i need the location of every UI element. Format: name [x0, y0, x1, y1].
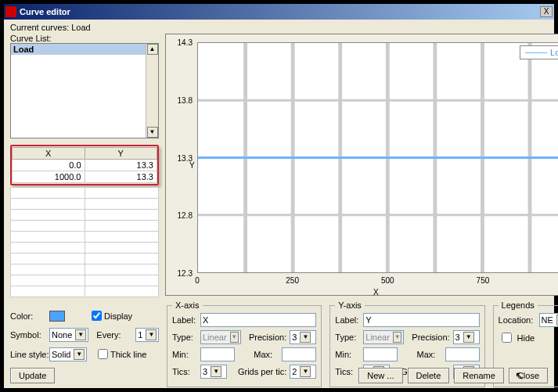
scroll-up-icon[interactable]: ▲ [147, 44, 158, 55]
xtick: 0 [195, 276, 200, 285]
x-max-l: Max: [254, 350, 279, 359]
y-max-input[interactable] [445, 347, 480, 361]
y-prec-l: Precision: [412, 333, 449, 342]
yaxis-legend: Y-axis [335, 300, 365, 310]
close-icon[interactable]: X [540, 6, 553, 17]
display-checkbox[interactable] [92, 311, 102, 321]
linestyle-label: Line style: [10, 350, 49, 359]
legend-label: Load [550, 48, 558, 57]
curve-list-label: Curve List: [10, 34, 159, 43]
new-button[interactable]: New ... [358, 368, 402, 383]
every-label: Every: [96, 330, 135, 340]
highlighted-table: X Y 0.0 13.3 1000.0 13.3 [10, 145, 159, 185]
cell-x[interactable]: 0.0 [13, 160, 85, 171]
curve-list-item[interactable]: Load [11, 44, 158, 55]
y-label-l: Label: [335, 315, 360, 325]
chevron-down-icon: ▼ [393, 332, 401, 343]
xaxis-legend: X-axis [172, 300, 203, 310]
xtick: 500 [381, 276, 394, 285]
legend-loc-select[interactable]: NE▼ [539, 313, 558, 327]
xy-table[interactable]: X Y 0.0 13.3 1000.0 13.3 [12, 147, 157, 183]
app-icon [5, 6, 16, 17]
x-prec-select[interactable]: 3▼ [290, 330, 316, 344]
chevron-down-icon: ▼ [463, 332, 474, 343]
y-min-input[interactable] [363, 347, 398, 361]
y-min-l: Min: [335, 350, 360, 359]
ytick: 14.3 [178, 38, 193, 47]
plot-svg [198, 43, 558, 272]
rename-button[interactable]: Rename [454, 368, 504, 383]
chevron-down-icon: ▼ [146, 329, 157, 340]
legends-legend: Legends [499, 300, 538, 310]
col-y[interactable]: Y [85, 148, 157, 160]
window-title: Curve editor [20, 7, 540, 16]
every-select[interactable]: 1▼ [135, 328, 159, 342]
y-prec-select[interactable]: 3▼ [453, 330, 480, 344]
cell-y[interactable]: 13.3 [85, 160, 157, 171]
titlebar: Curve editor X [4, 4, 554, 20]
chevron-down-icon: ▼ [300, 332, 311, 343]
thickline-label: Thick line [110, 350, 149, 359]
ytick: 12.8 [178, 211, 193, 220]
chevron-down-icon: ▼ [74, 349, 85, 360]
table-row: 0.0 13.3 [13, 160, 157, 171]
chart: 14.3 13.8 13.3 12.8 12.3 Y [165, 34, 558, 296]
x-prec-l: Precision: [249, 333, 286, 342]
xtick: 750 [477, 276, 490, 285]
x-max-input[interactable] [282, 347, 316, 361]
cell-y[interactable]: 13.3 [85, 171, 157, 183]
xtick: 250 [286, 276, 299, 285]
curve-listbox[interactable]: Load ▲ ▼ [10, 43, 159, 138]
xy-table-empty[interactable] [10, 187, 159, 297]
chart-legend: Load [520, 45, 558, 59]
x-label-input[interactable] [200, 313, 316, 327]
chevron-down-icon: ▼ [230, 332, 239, 343]
x-label-l: Label: [172, 315, 197, 325]
symbol-select[interactable]: None▼ [49, 328, 88, 342]
x-min-input[interactable] [200, 347, 235, 361]
scrollbar[interactable]: ▲ ▼ [146, 44, 158, 138]
legend-hide-l: Hide [517, 333, 542, 343]
color-swatch[interactable] [49, 311, 65, 322]
legend-line-icon [525, 52, 547, 53]
x-min-l: Min: [172, 350, 197, 359]
table-row: 1000.0 13.3 [13, 171, 157, 183]
status-text: Current curves: Load [10, 23, 548, 32]
cell-x[interactable]: 1000.0 [13, 171, 85, 183]
y-axis-label: Y [189, 160, 195, 169]
display-label: Display [104, 311, 143, 321]
x-axis-label: X [373, 288, 379, 297]
chevron-down-icon: ▼ [75, 329, 86, 340]
x-type-l: Type: [172, 333, 197, 342]
x-type-select[interactable]: Linear▼ [200, 330, 241, 344]
y-label-input[interactable] [363, 313, 479, 327]
y-type-l: Type: [335, 333, 360, 342]
y-max-l: Max: [417, 350, 442, 359]
color-label: Color: [10, 311, 49, 321]
delete-button[interactable]: Delete [408, 368, 450, 383]
thickline-checkbox[interactable] [98, 349, 108, 359]
y-type-select[interactable]: Linear▼ [363, 330, 404, 344]
legend-loc-l: Location: [499, 315, 536, 325]
linestyle-select[interactable]: Solid▼ [49, 347, 87, 361]
scroll-down-icon[interactable]: ▼ [147, 127, 158, 138]
close-button[interactable]: Close [509, 368, 548, 383]
update-button[interactable]: Update [10, 368, 55, 383]
col-x[interactable]: X [13, 148, 85, 160]
ytick: 12.3 [178, 269, 193, 278]
symbol-label: Symbol: [10, 330, 49, 340]
ytick: 13.8 [178, 95, 193, 104]
legend-hide-checkbox[interactable] [502, 333, 512, 343]
